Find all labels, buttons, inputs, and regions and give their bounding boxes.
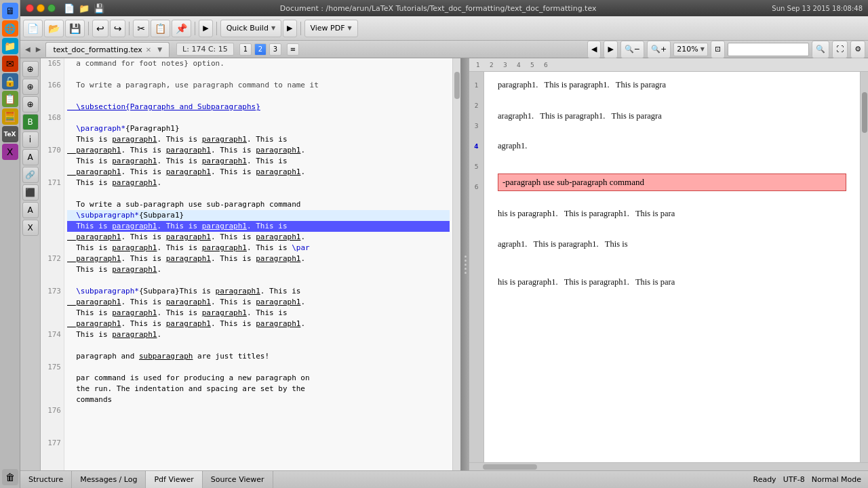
- save-file-button[interactable]: 💾: [65, 20, 85, 37]
- line-num-blank9: [41, 199, 61, 210]
- status-tab-structure[interactable]: Structure: [20, 471, 72, 489]
- code-editor-panel: 165 166 168 170 171: [41, 58, 461, 470]
- separator5: [300, 22, 301, 35]
- fit-width-button[interactable]: ⊡: [711, 41, 725, 58]
- tab-dropdown-button[interactable]: ▼: [157, 46, 162, 53]
- redo-button[interactable]: ↪: [110, 20, 126, 37]
- sidebar-icon-10[interactable]: X: [22, 220, 39, 236]
- sidebar-icon-8[interactable]: ⬛: [22, 184, 39, 201]
- pdf-top-ruler: 1 2 3 4 5 6: [469, 58, 868, 72]
- separator1: [88, 22, 89, 35]
- sidebar-icon-2[interactable]: ⊕: [22, 79, 39, 95]
- dock-tex[interactable]: TeX: [2, 126, 18, 142]
- view-pdf-dropdown-arrow: ▼: [348, 25, 352, 31]
- settings-button[interactable]: ⚙: [850, 41, 865, 58]
- sidebar-icon-4[interactable]: B: [22, 114, 39, 130]
- pdf-bottom-scrollbar[interactable]: [469, 462, 868, 470]
- pdf-hscroll-thumb[interactable]: [483, 464, 537, 470]
- quick-build-button[interactable]: Quick Build ▼: [220, 20, 281, 37]
- code-line-176e: This is paragraph1.: [67, 329, 450, 340]
- open-file-button[interactable]: 📂: [44, 20, 64, 37]
- code-line-blank5: [67, 275, 450, 286]
- dock-app9[interactable]: X: [2, 144, 18, 160]
- divider-dot1: [465, 256, 467, 258]
- copy-icon: 📋: [155, 23, 166, 34]
- code-line-blank3: [67, 113, 450, 123]
- copy-button[interactable]: 📋: [151, 20, 170, 37]
- sidebar-icon-6[interactable]: A: [22, 149, 39, 165]
- minimize-window-button[interactable]: [37, 4, 45, 12]
- status-encoding: UTF-8: [783, 475, 805, 484]
- quick-build-run-button[interactable]: ▶: [283, 20, 296, 37]
- fullscreen-button[interactable]: ⛶: [832, 41, 848, 58]
- dock-app7[interactable]: 🧮: [2, 108, 18, 125]
- file-tab[interactable]: text_doc_formatting.tex ✕ ▼: [45, 42, 170, 57]
- code-area[interactable]: 165 166 168 170 171: [41, 58, 460, 470]
- file-tab-name: text_doc_formatting.tex: [53, 45, 142, 54]
- divider-dot2: [465, 260, 467, 262]
- status-tab-pdf[interactable]: Pdf Viewer: [146, 471, 202, 489]
- line-num-blank7: [41, 167, 61, 178]
- dock-app3[interactable]: 📁: [2, 38, 18, 54]
- new-file-icon: 📄: [27, 23, 39, 34]
- dock-finder[interactable]: 🖥: [2, 3, 18, 19]
- pdf-nav-back[interactable]: ◀: [587, 41, 601, 58]
- editor-scroll-thumb[interactable]: [454, 72, 460, 99]
- dock-app4[interactable]: ✉: [2, 56, 18, 72]
- sidebar-icon-1[interactable]: ⊕: [22, 61, 39, 77]
- code-editor[interactable]: a command for foot notes} option. To wri…: [64, 58, 452, 470]
- dock-app5[interactable]: 🔒: [2, 73, 18, 89]
- close-window-button[interactable]: [26, 4, 34, 12]
- sidebar-icon-7[interactable]: 🔗: [22, 167, 39, 183]
- new-file-button[interactable]: 📄: [23, 20, 43, 37]
- pdf-zoom-in[interactable]: 🔍+: [647, 41, 671, 58]
- line-num-blank13: [41, 243, 61, 253]
- view-pdf-button[interactable]: View PDF ▼: [304, 20, 358, 37]
- editor-scrollbar[interactable]: [452, 58, 460, 470]
- pdf-text-block-6: his is paragraph1. This is paragraph1. T…: [498, 276, 846, 288]
- zoom-selector[interactable]: 210% ▼: [673, 43, 708, 56]
- paste-button[interactable]: 📌: [172, 20, 191, 37]
- line-mode-3[interactable]: 3: [269, 43, 281, 56]
- sidebar-icon-9[interactable]: A: [22, 202, 39, 218]
- tab-next-button[interactable]: ▶: [34, 45, 43, 54]
- view-toggle-button[interactable]: ≡: [287, 43, 299, 56]
- pdf-text-block-2: aragraph1. This is paragraph1. This is p…: [498, 110, 846, 122]
- line-num-blank15: [41, 275, 61, 286]
- pdf-spacer-1: [498, 96, 846, 110]
- pdf-nav-forward[interactable]: ▶: [604, 41, 617, 58]
- pdf-search-button[interactable]: 🔍: [812, 41, 829, 58]
- status-tab-messages[interactable]: Messages / Log: [72, 471, 146, 489]
- maximize-window-button[interactable]: [47, 4, 56, 12]
- dock-trash[interactable]: 🗑: [2, 469, 18, 485]
- pdf-ruler-6: 6: [475, 177, 479, 197]
- code-line-174: This is paragraph1. This is paragraph1. …: [67, 221, 450, 232]
- code-line-178c: commands: [67, 394, 450, 405]
- compile-button[interactable]: ▶: [199, 20, 212, 37]
- pdf-line-ruler: 1 2 3 4 5 6: [469, 72, 484, 462]
- dock-app2[interactable]: 🌐: [2, 20, 18, 37]
- line-mode-2[interactable]: 2: [254, 43, 267, 56]
- pdf-scrollbar[interactable]: [860, 72, 868, 462]
- cut-icon: ✂: [137, 23, 145, 34]
- view-pdf-label: View PDF: [311, 24, 345, 33]
- pdf-zoom-out[interactable]: 🔍−: [620, 41, 644, 58]
- tab-prev-button[interactable]: ◀: [23, 45, 33, 54]
- code-line-175c: paragraph1. This is paragraph1. This is …: [67, 253, 450, 264]
- line-mode-1[interactable]: 1: [239, 43, 252, 56]
- sidebar-icon-3[interactable]: ⊕: [22, 96, 39, 113]
- pdf-search-input[interactable]: [728, 43, 809, 56]
- pdf-scroll-thumb[interactable]: [862, 92, 867, 133]
- ruler-num-5: 5: [530, 62, 534, 68]
- undo-button[interactable]: ↩: [92, 20, 108, 37]
- code-line-165: a command for foot notes} option.: [67, 58, 450, 69]
- sidebar-icon-5[interactable]: i: [22, 131, 39, 148]
- panel-divider[interactable]: [461, 58, 469, 470]
- cut-button[interactable]: ✂: [133, 20, 149, 37]
- status-tab-source[interactable]: Source Viewer: [203, 471, 273, 489]
- tab-end-controls: ◀ ▶ 🔍− 🔍+ 210% ▼ ⊡ 🔍 ⛶ ⚙: [587, 41, 865, 58]
- code-line-172: To write a sub-paragraph use sub-paragra…: [67, 199, 450, 210]
- dock-app6[interactable]: 📋: [2, 91, 18, 107]
- tab-close-button[interactable]: ✕: [146, 46, 151, 54]
- line-num-166: 166: [41, 80, 61, 91]
